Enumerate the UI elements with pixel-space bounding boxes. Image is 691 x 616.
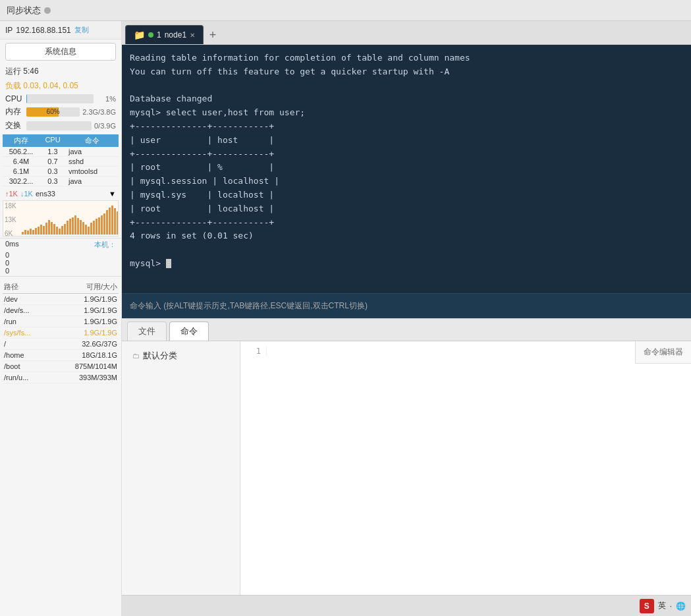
chart-bar (32, 230, 34, 235)
sync-label: 同步状态 (7, 5, 41, 16)
chart-bar (103, 213, 105, 235)
chart-bar (77, 218, 79, 235)
cpu-bar-bg (26, 94, 94, 103)
chart-bar (96, 219, 97, 235)
disk-header-size: 可用/大小 (61, 282, 117, 292)
proc-header-cmd: 命令 (69, 136, 116, 146)
ip-row: IP 192.168.88.151 复制 (0, 21, 121, 40)
terminal-tab[interactable]: 📁 1 node1 ✕ (125, 25, 204, 44)
swap-label: 交换 (5, 120, 24, 131)
ping-host: 本机： (94, 240, 116, 250)
disk-row: /boot 875M/1014M (3, 361, 119, 372)
category-label: 默认分类 (143, 350, 177, 362)
process-table: 内存 CPU 命令 506.2... 1.3 java 6.4M 0.7 ssh… (3, 134, 119, 186)
mem-bar-bg: 60% (26, 107, 80, 117)
ping-section: 0ms 本机： (0, 238, 121, 251)
terminal-content: Reading table information for completion… (130, 51, 683, 271)
chart-bar (38, 227, 40, 235)
chart-bars-container (3, 201, 118, 236)
chart-bar (74, 215, 76, 235)
top-bar: 同步状态 (0, 0, 691, 21)
tab-status-dot (148, 32, 153, 38)
tab-add-button[interactable]: + (204, 26, 222, 44)
taskbar-network-icon: 🌐 (676, 602, 686, 611)
proc-header: 内存 CPU 命令 (3, 134, 119, 147)
copy-button[interactable]: 复制 (74, 25, 89, 35)
disk-row: /sys/fs... 1.9G/1.9G (3, 327, 119, 339)
net-down: ↓1K (20, 190, 33, 198)
tab-close-icon[interactable]: ✕ (190, 32, 195, 39)
chart-bar (69, 219, 71, 235)
chart-bar (109, 208, 111, 235)
tab-name: node1 (165, 30, 186, 40)
chart-bar (30, 229, 32, 235)
chart-bar (114, 208, 116, 235)
ip-label: IP (5, 26, 13, 35)
proc-header-mem: 内存 (5, 136, 37, 146)
tab-file[interactable]: 文件 (127, 322, 167, 341)
mem-val: 2.3G/3.8G (82, 108, 116, 116)
chart-bar (27, 231, 29, 235)
bottom-panel: 文件 命令 🗀 默认分类 命令编辑器 1 (122, 318, 691, 595)
fc-tabs: 文件 命令 (122, 319, 691, 341)
sync-dot (44, 7, 51, 14)
chart-bar (43, 226, 45, 235)
chart-bar (90, 223, 92, 235)
cpu-label: CPU (5, 94, 24, 103)
chart-bar (111, 206, 113, 235)
chart-bar (56, 227, 58, 235)
sys-info-button[interactable]: 系统信息 (5, 43, 116, 61)
sync-status: 同步状态 (7, 5, 51, 16)
chart-bar (98, 217, 100, 235)
lang-indicator[interactable]: 英 (658, 600, 666, 611)
tab-cmd[interactable]: 命令 (169, 322, 209, 341)
taskbar: S 英 · 🌐 (122, 595, 691, 616)
chart-bar (67, 221, 69, 235)
cmd-editor[interactable]: 命令编辑器 1 (240, 341, 691, 595)
main-layout: IP 192.168.88.151 复制 系统信息 运行 5:46 负载 0.0… (0, 21, 691, 616)
cmd-input-hint: 命令输入 (按ALT键提示历史,TAB键路径,ESC键返回,双击CTRL切换) (130, 300, 368, 312)
runtime-info: 运行 5:46 (0, 64, 121, 79)
folder-icon: 📁 (134, 30, 145, 40)
cpu-val: 1% (96, 95, 116, 103)
mem-row: 内存 60% 2.3G/3.8G (0, 105, 121, 119)
swap-row: 交换 0/3.9G (0, 119, 121, 132)
chart-y-6k: 6K (5, 230, 16, 237)
disk-table: 路径 可用/大小 /dev 1.9G/1.9G /dev/s... 1.9G/1… (3, 281, 119, 613)
net-up: ↑1K (5, 190, 18, 198)
proc-header-cpu: CPU (37, 136, 69, 146)
table-row: 506.2... 1.3 java (3, 147, 119, 157)
chart-bar (24, 230, 26, 235)
line-numbers: 1 (240, 347, 267, 356)
disk-row: /home 18G/18.1G (3, 350, 119, 361)
line-number-1: 1 (240, 347, 261, 356)
chart-y-13k: 13K (5, 216, 16, 223)
right-panel: 📁 1 node1 ✕ + Reading table information … (122, 21, 691, 616)
terminal[interactable]: Reading table information for completion… (122, 45, 691, 293)
chart-bar (106, 210, 108, 235)
ping-ms: 0ms (5, 240, 19, 250)
cmd-editor-header: 命令编辑器 (635, 341, 691, 364)
chart-bar (80, 220, 82, 235)
chart-bar (61, 226, 63, 235)
cpu-row: CPU 1% (0, 93, 121, 105)
swap-val: 0/3.9G (94, 122, 116, 130)
chevron-down-icon: ▼ (109, 190, 116, 198)
cmd-input-bar: 命令输入 (按ALT键提示历史,TAB键路径,ESC键返回,双击CTRL切换) (122, 293, 691, 318)
chart-bar (93, 221, 95, 235)
disk-row: /run/u... 393M/393M (3, 372, 119, 383)
ping-values: 0 0 0 (0, 251, 121, 275)
load-info: 负载 0.03, 0.04, 0.05 (0, 79, 121, 93)
disk-row: /run 1.9G/1.9G (3, 316, 119, 327)
chart-bar (59, 229, 61, 235)
taskbar-separator: · (670, 602, 672, 611)
category-default[interactable]: 🗀 默认分类 (127, 347, 235, 365)
cpu-bar-fill (26, 94, 27, 103)
disk-row: /dev/s... 1.9G/1.9G (3, 305, 119, 316)
swap-bar-bg (26, 121, 92, 130)
mem-label: 内存 (5, 106, 24, 117)
chart-bar (117, 211, 119, 235)
chart-bar (51, 222, 53, 235)
chart-bar (45, 223, 47, 235)
net-iface: ens33 (36, 190, 106, 198)
